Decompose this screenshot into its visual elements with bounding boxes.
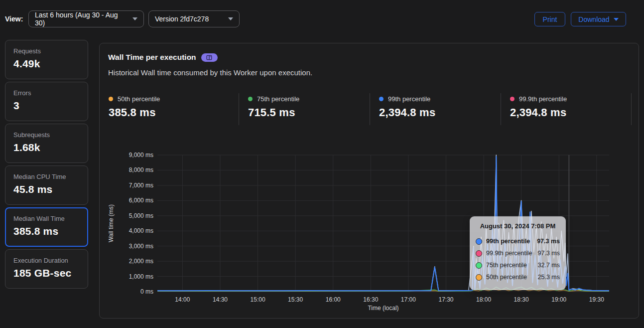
metric-value: 185 GB-sec xyxy=(13,267,80,279)
stat-value: 385.8 ms xyxy=(109,106,239,119)
percentile-stats-row: 50th percentile 385.8 ms 75th percentile… xyxy=(108,93,632,125)
download-button-label: Download xyxy=(578,15,609,23)
svg-text:9,000 ms: 9,000 ms xyxy=(129,152,153,159)
tooltip-label: 99th percentile xyxy=(486,238,533,245)
metric-label: Execution Duration xyxy=(13,257,80,265)
top-toolbar: View: Last 6 hours (Aug 30 - Aug 30) Ver… xyxy=(0,0,644,38)
download-button[interactable]: Download xyxy=(571,12,626,26)
stat-label: 50th percentile xyxy=(118,95,160,103)
metric-value: 1.68k xyxy=(13,142,80,154)
version-value: Version 2fd7c278 xyxy=(155,15,209,23)
svg-text:2,000 ms: 2,000 ms xyxy=(129,258,153,265)
metric-label: Requests xyxy=(13,47,80,55)
chart-tooltip: August 30, 2024 7:08 PM 99th percentile … xyxy=(470,216,566,290)
svg-text:15:00: 15:00 xyxy=(251,296,265,303)
svg-text:4,000 ms: 4,000 ms xyxy=(129,227,153,234)
tooltip-value: 97.3 ms xyxy=(537,238,560,245)
tooltip-timestamp: August 30, 2024 7:08 PM xyxy=(476,222,560,230)
svg-text:5,000 ms: 5,000 ms xyxy=(129,212,153,219)
beta-badge[interactable] xyxy=(201,53,218,62)
metric-value: 45.8 ms xyxy=(13,183,80,195)
svg-text:16:00: 16:00 xyxy=(326,296,341,303)
metric-value: 4.49k xyxy=(13,58,80,70)
legend-dot-icon xyxy=(476,262,482,269)
metric-card-execution-duration[interactable]: Execution Duration 185 GB-sec xyxy=(5,249,88,289)
svg-text:Time (local): Time (local) xyxy=(368,305,398,312)
chevron-down-icon xyxy=(614,18,619,21)
book-icon xyxy=(206,55,212,60)
tooltip-row-99th: 99th percentile 97.3 ms xyxy=(476,235,560,247)
tooltip-value: 97.3 ms xyxy=(538,250,560,257)
legend-dot-icon xyxy=(109,97,113,101)
stat-label: 75th percentile xyxy=(257,95,299,103)
legend-dot-icon xyxy=(476,250,482,257)
panel-subtitle: Historical Wall time consumed by this Wo… xyxy=(108,68,312,77)
metric-card-median-wall-time[interactable]: Median Wall Time 385.8 ms xyxy=(5,207,88,247)
svg-text:17:00: 17:00 xyxy=(401,296,416,303)
metric-label: Median Wall Time xyxy=(13,215,80,223)
wall-time-panel: Wall Time per execution Historical Wall … xyxy=(99,43,639,319)
stat-99-9th-percentile: 99.9th percentile 2,394.8 ms xyxy=(501,93,632,125)
metric-value: 385.8 ms xyxy=(13,225,80,237)
svg-text:1,000 ms: 1,000 ms xyxy=(129,273,153,280)
version-dropdown[interactable]: Version 2fd7c278 xyxy=(148,10,240,27)
svg-text:7,000 ms: 7,000 ms xyxy=(129,182,153,189)
print-button[interactable]: Print xyxy=(534,12,565,26)
metric-label: Subrequests xyxy=(13,131,80,139)
tooltip-label: 50th percentile xyxy=(486,274,534,281)
legend-dot-icon xyxy=(510,97,515,101)
metric-card-errors[interactable]: Errors 3 xyxy=(5,82,88,121)
legend-dot-icon xyxy=(248,97,253,101)
tooltip-row-99-9th: 99.9th percentile 97.3 ms xyxy=(476,247,560,259)
wall-time-chart[interactable]: 0 ms1,000 ms2,000 ms3,000 ms4,000 ms5,00… xyxy=(100,150,640,317)
svg-text:18:00: 18:00 xyxy=(476,296,491,303)
stat-label: 99.9th percentile xyxy=(519,95,567,103)
stat-value: 2,394.8 ms xyxy=(510,106,631,119)
metric-label: Median CPU Time xyxy=(13,173,80,181)
legend-dot-icon xyxy=(476,238,482,245)
svg-text:14:30: 14:30 xyxy=(213,296,228,303)
svg-text:0 ms: 0 ms xyxy=(140,288,153,295)
stat-value: 2,394.8 ms xyxy=(379,106,501,119)
svg-text:19:30: 19:30 xyxy=(589,296,604,303)
svg-text:18:30: 18:30 xyxy=(514,296,529,303)
svg-text:6,000 ms: 6,000 ms xyxy=(129,197,153,204)
svg-text:8,000 ms: 8,000 ms xyxy=(129,166,153,173)
view-label: View: xyxy=(5,15,23,23)
tooltip-label: 99.9th percentile xyxy=(486,250,534,257)
svg-text:15:30: 15:30 xyxy=(288,296,303,303)
time-range-value: Last 6 hours (Aug 30 - Aug 30) xyxy=(35,11,123,27)
svg-text:17:30: 17:30 xyxy=(438,296,453,303)
tooltip-value: 32.7 ms xyxy=(538,262,560,269)
chevron-down-icon xyxy=(228,17,233,20)
tooltip-row-50th: 50th percentile 25.3 ms xyxy=(476,271,560,283)
metric-card-requests[interactable]: Requests 4.49k xyxy=(5,40,88,79)
legend-dot-icon xyxy=(379,97,384,101)
legend-dot-icon xyxy=(476,274,482,281)
stat-99th-percentile: 99th percentile 2,394.8 ms xyxy=(370,93,501,125)
tooltip-row-75th: 75th percentile 32.7 ms xyxy=(476,259,560,271)
svg-text:19:00: 19:00 xyxy=(551,296,566,303)
stat-75th-percentile: 75th percentile 715.5 ms xyxy=(239,93,370,125)
svg-text:16:30: 16:30 xyxy=(363,296,378,303)
svg-text:14:00: 14:00 xyxy=(175,296,190,303)
tooltip-value: 25.3 ms xyxy=(538,274,560,281)
svg-text:Wall time (ms): Wall time (ms) xyxy=(108,204,115,242)
chevron-down-icon xyxy=(132,17,137,20)
tooltip-label: 75th percentile xyxy=(486,262,534,269)
time-range-dropdown[interactable]: Last 6 hours (Aug 30 - Aug 30) xyxy=(28,10,144,27)
stat-value: 715.5 ms xyxy=(248,106,370,119)
stat-50th-percentile: 50th percentile 385.8 ms xyxy=(108,93,239,125)
metric-value: 3 xyxy=(13,100,80,112)
panel-title: Wall Time per execution xyxy=(108,53,196,62)
stat-label: 99th percentile xyxy=(388,95,430,103)
metric-card-median-cpu-time[interactable]: Median CPU Time 45.8 ms xyxy=(5,165,88,205)
print-button-label: Print xyxy=(543,15,557,23)
svg-text:3,000 ms: 3,000 ms xyxy=(129,243,153,250)
metric-card-subrequests[interactable]: Subrequests 1.68k xyxy=(5,124,88,163)
metric-label: Errors xyxy=(13,89,80,97)
